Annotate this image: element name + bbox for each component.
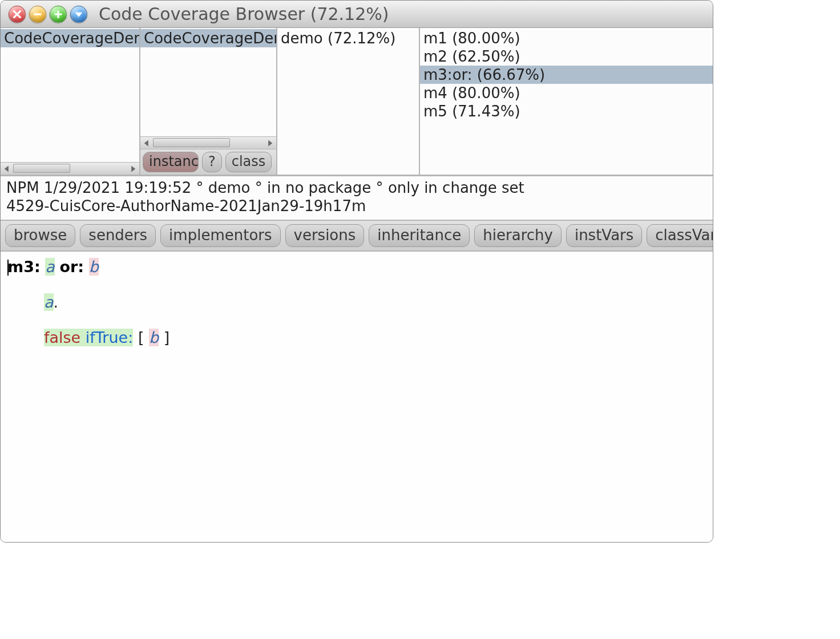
- instvars-button[interactable]: instVars: [566, 224, 642, 247]
- kw-iftrue: ifTrue:: [86, 329, 133, 346]
- scroll-thumb[interactable]: [13, 164, 70, 173]
- info-line: NPM 1/29/2021 19:19:52 ° demo ° in no pa…: [6, 179, 707, 197]
- close-button[interactable]: [9, 6, 26, 23]
- arg-b: b: [149, 329, 159, 346]
- list-item[interactable]: m1 (80.00%): [420, 29, 713, 47]
- scroll-track[interactable]: [153, 137, 264, 149]
- window-menu-button[interactable]: [70, 6, 87, 23]
- hscrollbar[interactable]: [1, 162, 139, 175]
- scroll-right-icon[interactable]: [127, 163, 139, 175]
- list-item[interactable]: CodeCoverageDem: [140, 29, 276, 47]
- instance-button[interactable]: instanc: [143, 152, 199, 172]
- versions-button[interactable]: versions: [285, 224, 365, 247]
- protocol-list[interactable]: demo (72.12%): [277, 28, 419, 175]
- bracket-open: [: [138, 329, 144, 346]
- close-icon: [13, 10, 22, 19]
- minimize-icon: [33, 10, 42, 19]
- info-line: 4529-CuisCore-AuthorName-2021Jan29-19h17…: [6, 197, 707, 215]
- info-pane: NPM 1/29/2021 19:19:52 ° demo ° in no pa…: [1, 176, 713, 221]
- class-pane: CodeCoverageDem instanc ? class: [140, 28, 277, 175]
- class-list[interactable]: CodeCoverageDem: [140, 28, 276, 136]
- list-item[interactable]: CodeCoverageDem: [1, 29, 139, 47]
- toolbar: browse senders implementors versions inh…: [1, 221, 713, 252]
- list-item[interactable]: m4 (80.00%): [420, 84, 713, 102]
- method-pane: m1 (80.00%) m2 (62.50%) m3:or: (66.67%) …: [420, 28, 713, 175]
- classvars-button[interactable]: classVars: [647, 224, 713, 247]
- class-side-toggle: instanc ? class: [140, 149, 276, 175]
- code-line-signature: m3: a or: b: [7, 257, 706, 277]
- window-title: Code Coverage Browser (72.12%): [91, 4, 705, 24]
- browser-panes: CodeCoverageDem CodeCoverageDem instanc …: [1, 28, 713, 176]
- maximize-button[interactable]: [50, 6, 67, 23]
- kw-m3: m3:: [7, 258, 41, 276]
- category-list[interactable]: CodeCoverageDem: [1, 28, 139, 162]
- hscrollbar[interactable]: [140, 136, 276, 149]
- scroll-left-icon[interactable]: [140, 137, 153, 149]
- arg-a: a: [44, 293, 54, 311]
- kw-or: or:: [59, 258, 84, 276]
- arg-a: a: [45, 258, 55, 276]
- dot: .: [54, 293, 59, 311]
- window-frame: Code Coverage Browser (72.12%) CodeCover…: [0, 0, 713, 543]
- category-pane: CodeCoverageDem: [1, 28, 140, 175]
- title-bar: Code Coverage Browser (72.12%): [1, 1, 713, 28]
- senders-button[interactable]: senders: [80, 224, 156, 247]
- method-list[interactable]: m1 (80.00%) m2 (62.50%) m3:or: (66.67%) …: [420, 28, 713, 175]
- list-item[interactable]: demo (72.12%): [277, 29, 419, 47]
- list-item[interactable]: m5 (71.43%): [420, 102, 713, 120]
- svg-rect-0: [34, 13, 42, 15]
- arg-b: b: [89, 258, 99, 276]
- code-pane[interactable]: m3: a or: b a. false ifTrue: [ b ]: [1, 252, 713, 542]
- scroll-thumb[interactable]: [153, 138, 230, 147]
- hierarchy-button[interactable]: hierarchy: [474, 224, 562, 247]
- scroll-track[interactable]: [13, 163, 127, 175]
- code-line: false ifTrue: [ b ]: [7, 328, 706, 347]
- protocol-pane: demo (72.12%): [277, 28, 420, 175]
- plus-icon: [54, 10, 63, 19]
- code-line: a.: [7, 293, 706, 312]
- help-button[interactable]: ?: [202, 152, 222, 172]
- kw-false: false: [44, 329, 80, 346]
- class-button[interactable]: class: [225, 152, 272, 172]
- browse-button[interactable]: browse: [5, 224, 75, 247]
- implementors-button[interactable]: implementors: [160, 224, 280, 247]
- scroll-left-icon[interactable]: [1, 163, 13, 175]
- list-item[interactable]: m2 (62.50%): [420, 47, 713, 66]
- list-item[interactable]: m3:or: (66.67%): [420, 66, 713, 84]
- minimize-button[interactable]: [29, 6, 46, 23]
- bracket-close: ]: [164, 329, 170, 346]
- scroll-right-icon[interactable]: [264, 137, 276, 149]
- inheritance-button[interactable]: inheritance: [369, 224, 470, 247]
- chevron-down-icon: [74, 10, 83, 19]
